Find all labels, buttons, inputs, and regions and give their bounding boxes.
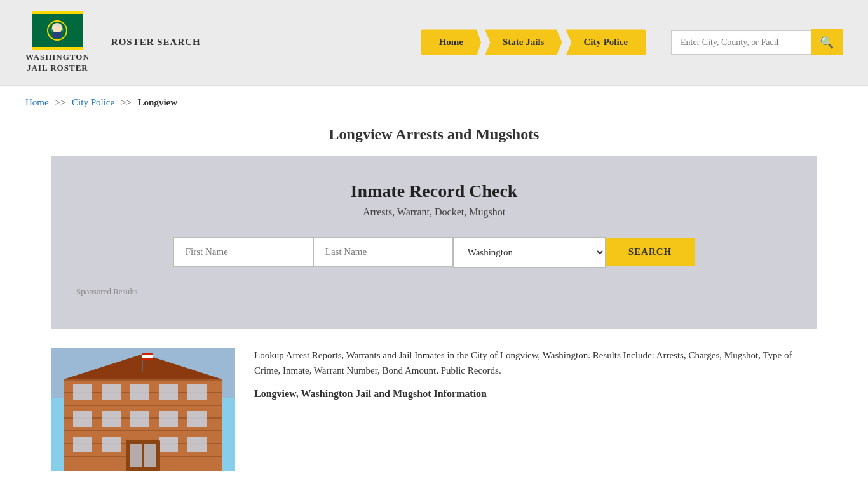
nav-home-button[interactable]: Home xyxy=(421,29,481,55)
state-select[interactable]: Washington Alabama Alaska Arizona Califo… xyxy=(453,237,606,268)
inmate-section-title: Inmate Record Check xyxy=(76,181,792,201)
content-section: Lookup Arrest Reports, Warrants and Jail… xyxy=(0,329,868,488)
breadcrumb-current: Longview xyxy=(138,97,178,107)
svg-rect-14 xyxy=(64,430,222,431)
content-subheading: Longview, Washington Jail and Mugshot In… xyxy=(254,386,817,402)
last-name-input[interactable] xyxy=(313,237,453,267)
svg-rect-30 xyxy=(187,437,207,452)
inmate-section-subtitle: Arrests, Warrant, Docket, Mugshot xyxy=(76,207,792,218)
nav-city-police-button[interactable]: City Police xyxy=(566,29,646,55)
main-nav: Home State Jails City Police xyxy=(421,29,646,55)
svg-rect-1 xyxy=(32,11,83,14)
inmate-record-section: Inmate Record Check Arrests, Warrant, Do… xyxy=(51,156,817,329)
svg-rect-20 xyxy=(159,384,178,400)
facility-image xyxy=(51,348,235,471)
svg-rect-39 xyxy=(142,358,153,360)
svg-rect-33 xyxy=(144,444,156,467)
header-search-area: 🔍 xyxy=(671,29,843,55)
svg-rect-25 xyxy=(159,411,178,427)
svg-rect-24 xyxy=(130,411,149,427)
svg-rect-2 xyxy=(32,47,83,50)
breadcrumb-sep1: >> xyxy=(55,97,65,107)
search-icon: 🔍 xyxy=(820,36,834,50)
breadcrumb-sep2: >> xyxy=(121,97,132,107)
nav-state-jails-button[interactable]: State Jails xyxy=(485,29,562,55)
content-description: Lookup Arrest Reports, Warrants and Jail… xyxy=(254,348,817,378)
inmate-search-form: Washington Alabama Alaska Arizona Califo… xyxy=(76,237,792,268)
svg-rect-17 xyxy=(73,384,92,400)
content-text-area: Lookup Arrest Reports, Warrants and Jail… xyxy=(254,348,817,406)
svg-rect-26 xyxy=(187,411,207,427)
svg-rect-37 xyxy=(142,353,153,355)
svg-rect-23 xyxy=(102,411,121,427)
svg-rect-19 xyxy=(130,384,149,400)
header-search-input[interactable] xyxy=(671,30,811,55)
svg-rect-27 xyxy=(73,437,92,452)
svg-rect-38 xyxy=(142,355,153,358)
svg-rect-21 xyxy=(187,384,207,400)
logo-link[interactable]: WASHINGTON JAIL ROSTER xyxy=(25,11,90,74)
svg-rect-28 xyxy=(102,437,121,452)
svg-rect-6 xyxy=(53,32,61,38)
breadcrumb-city-police-link[interactable]: City Police xyxy=(72,97,114,107)
page-title: Longview Arrests and Mugshots xyxy=(25,126,843,143)
first-name-input[interactable] xyxy=(173,237,313,267)
roster-search-label: ROSTER SEARCH xyxy=(111,37,201,48)
logo-title: WASHINGTON JAIL ROSTER xyxy=(25,52,90,74)
logo-flag-icon xyxy=(32,11,83,50)
breadcrumb: Home >> City Police >> Longview xyxy=(0,86,868,119)
breadcrumb-home-link[interactable]: Home xyxy=(25,97,49,107)
inmate-search-button[interactable]: SEARCH xyxy=(606,238,695,266)
svg-rect-10 xyxy=(64,379,222,381)
sponsored-label: Sponsored Results xyxy=(76,287,792,297)
header-search-button[interactable]: 🔍 xyxy=(811,29,843,55)
svg-rect-32 xyxy=(130,444,142,467)
svg-rect-29 xyxy=(159,437,178,452)
svg-rect-18 xyxy=(102,384,121,400)
svg-rect-22 xyxy=(73,411,92,427)
site-header: WASHINGTON JAIL ROSTER ROSTER SEARCH Hom… xyxy=(0,0,868,86)
svg-rect-12 xyxy=(64,405,222,406)
building-illustration xyxy=(51,348,235,471)
